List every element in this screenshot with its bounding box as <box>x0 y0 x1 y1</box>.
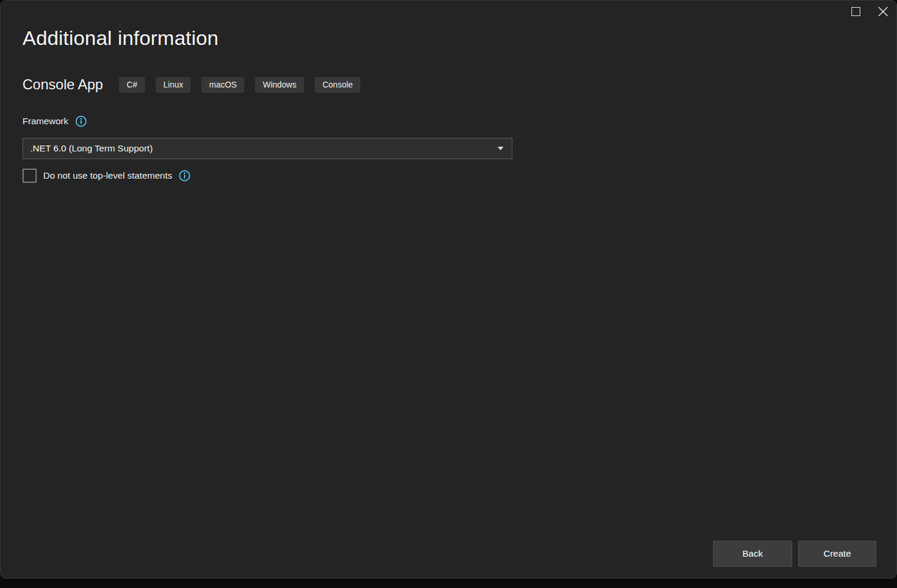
close-icon <box>878 7 888 17</box>
close-button[interactable] <box>869 1 896 22</box>
top-level-statements-checkbox[interactable] <box>22 169 37 183</box>
framework-label: Framework <box>22 116 69 127</box>
titlebar <box>842 1 896 23</box>
back-button[interactable]: Back <box>713 541 792 567</box>
page-title: Additional information <box>22 27 218 50</box>
top-level-statements-label: Do not use top-level statements <box>43 170 172 181</box>
tag-macos: macOS <box>201 77 244 93</box>
maximize-button[interactable] <box>842 1 869 22</box>
top-level-statements-info-icon[interactable] <box>179 170 191 182</box>
framework-dropdown[interactable]: .NET 6.0 (Long Term Support) <box>22 138 512 159</box>
top-level-statements-option[interactable]: Do not use top-level statements <box>22 169 191 183</box>
tag-console: Console <box>315 77 360 93</box>
tag-csharp: C# <box>119 77 145 93</box>
framework-info-icon[interactable] <box>75 115 87 127</box>
framework-label-row: Framework <box>22 115 87 127</box>
additional-information-dialog: Additional information Console App C# Li… <box>0 0 897 579</box>
tag-windows: Windows <box>255 77 304 93</box>
framework-selected-value: .NET 6.0 (Long Term Support) <box>30 143 498 154</box>
maximize-icon <box>851 7 860 16</box>
tag-linux: Linux <box>156 77 191 93</box>
create-button[interactable]: Create <box>798 541 876 567</box>
chevron-down-icon <box>498 147 504 150</box>
project-header: Console App C# Linux macOS Windows Conso… <box>22 76 371 93</box>
project-type-title: Console App <box>22 76 103 93</box>
